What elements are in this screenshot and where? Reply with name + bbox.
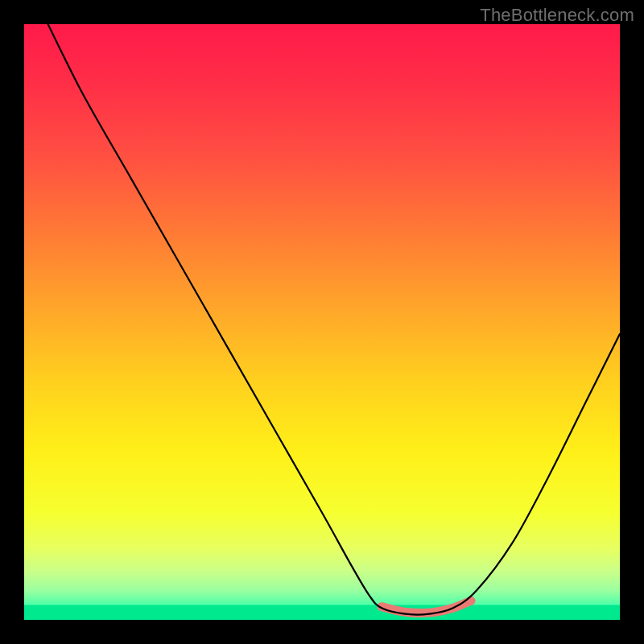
plot-area [24,24,620,620]
chart-frame: TheBottleneck.com [0,0,644,644]
watermark-text: TheBottleneck.com [480,5,634,26]
bottleneck-curve [48,24,620,615]
optimal-range-highlight [382,601,471,613]
curve-layer [24,24,620,620]
